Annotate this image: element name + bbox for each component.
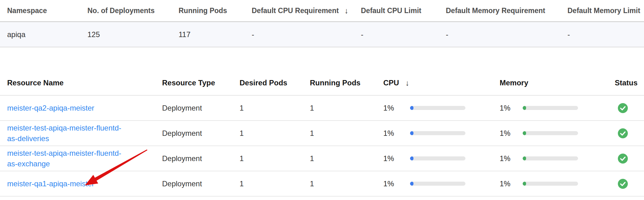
col-header-cpu[interactable]: CPU ↓ xyxy=(383,79,500,88)
status-healthy-icon xyxy=(618,154,628,164)
col-header-desired-pods[interactable]: Desired Pods xyxy=(240,79,310,87)
namespace-name: apiqa xyxy=(7,30,87,39)
running-pods-count: 117 xyxy=(179,30,252,39)
resource-link[interactable]: meister-qa2-apiqa-meister xyxy=(7,103,94,113)
col-header-resource-name[interactable]: Resource Name xyxy=(7,79,162,87)
memory-percent: 1% xyxy=(500,154,514,163)
resource-link[interactable]: meister-qa1-apiqa-meister xyxy=(7,179,94,189)
deployments-count: 125 xyxy=(87,30,179,39)
col-header-resource-type[interactable]: Resource Type xyxy=(162,79,240,87)
default-memory-requirement-value: - xyxy=(446,30,567,39)
default-memory-limit-value: - xyxy=(567,30,644,39)
memory-progress-fill xyxy=(523,131,526,135)
col-header-running-pods[interactable]: Running Pods xyxy=(310,79,383,87)
resource-table-header: Resource Name Resource Type Desired Pods… xyxy=(0,71,644,96)
col-header-default-cpu-requirement[interactable]: Default CPU Requirement ↓ xyxy=(252,6,361,15)
cpu-progress-fill xyxy=(410,106,413,110)
col-header-memory[interactable]: Memory xyxy=(500,79,615,87)
resource-link[interactable]: meister-test-apiqa-meister-fluentd-as-de… xyxy=(7,123,132,144)
resource-link[interactable]: meister-test-apiqa-meister-fluentd-as-ex… xyxy=(7,148,132,169)
resource-type: Deployment xyxy=(162,179,240,188)
namespace-table-header: Namespace No. of Deployments Running Pod… xyxy=(0,0,644,22)
status-healthy-icon xyxy=(618,103,628,113)
sort-descending-icon[interactable]: ↓ xyxy=(405,79,409,88)
cpu-progress-bar xyxy=(410,131,465,135)
table-row: meister-test-apiqa-meister-fluentd-as-ex… xyxy=(0,146,644,171)
cpu-progress-fill xyxy=(410,182,413,186)
sort-descending-icon[interactable]: ↓ xyxy=(344,6,348,15)
cpu-percent: 1% xyxy=(383,129,401,138)
resource-type: Deployment xyxy=(162,154,240,163)
running-pods-value: 1 xyxy=(310,154,383,163)
status-healthy-icon xyxy=(618,128,628,138)
col-header-running-pods[interactable]: Running Pods xyxy=(179,7,252,15)
memory-progress-fill xyxy=(523,182,526,186)
cpu-percent: 1% xyxy=(383,104,401,112)
running-pods-value: 1 xyxy=(310,104,383,112)
table-row: meister-qa2-apiqa-meister Deployment 1 1… xyxy=(0,96,644,121)
table-row: meister-apiqa-meister Deployment 1 1 1% … xyxy=(0,197,644,200)
col-header-default-memory-limit[interactable]: Default Memory Limit xyxy=(567,7,644,15)
table-row: meister-test-apiqa-meister-fluentd-as-de… xyxy=(0,121,644,146)
cpu-progress-fill xyxy=(410,131,413,135)
memory-percent: 1% xyxy=(500,129,514,138)
desired-pods-value: 1 xyxy=(240,129,310,138)
col-header-default-cpu-limit[interactable]: Default CPU Limit xyxy=(361,7,446,15)
memory-progress-bar xyxy=(523,106,578,110)
desired-pods-value: 1 xyxy=(240,154,310,163)
memory-percent: 1% xyxy=(500,179,514,188)
memory-progress-fill xyxy=(523,156,526,160)
resource-dashboard: Namespace No. of Deployments Running Pod… xyxy=(0,0,644,200)
col-header-namespace[interactable]: Namespace xyxy=(7,7,87,15)
col-header-deployments[interactable]: No. of Deployments xyxy=(87,7,179,15)
default-cpu-limit-value: - xyxy=(361,30,446,39)
cpu-percent: 1% xyxy=(383,154,401,163)
cpu-progress-bar xyxy=(410,156,465,160)
memory-percent: 1% xyxy=(500,104,514,112)
cpu-progress-fill xyxy=(410,156,413,160)
desired-pods-value: 1 xyxy=(240,104,310,112)
resource-type: Deployment xyxy=(162,129,240,138)
memory-progress-bar xyxy=(523,131,578,135)
memory-progress-bar xyxy=(523,156,578,160)
default-cpu-requirement-value: - xyxy=(252,30,361,39)
running-pods-value: 1 xyxy=(310,179,383,188)
cpu-progress-bar xyxy=(410,106,465,110)
desired-pods-value: 1 xyxy=(240,179,310,188)
col-header-default-memory-requirement[interactable]: Default Memory Requirement xyxy=(446,7,567,15)
memory-progress-bar xyxy=(523,182,578,186)
status-healthy-icon xyxy=(618,179,628,189)
table-row: meister-qa1-apiqa-meister Deployment 1 1… xyxy=(0,171,644,197)
table-gap xyxy=(0,47,644,71)
col-header-status[interactable]: Status xyxy=(615,79,644,87)
running-pods-value: 1 xyxy=(310,129,383,138)
cpu-progress-bar xyxy=(410,182,465,186)
cpu-percent: 1% xyxy=(383,179,401,188)
resource-type: Deployment xyxy=(162,104,240,112)
memory-progress-fill xyxy=(523,106,526,110)
namespace-row-apiqa[interactable]: apiqa 125 117 - - - - xyxy=(0,22,644,47)
